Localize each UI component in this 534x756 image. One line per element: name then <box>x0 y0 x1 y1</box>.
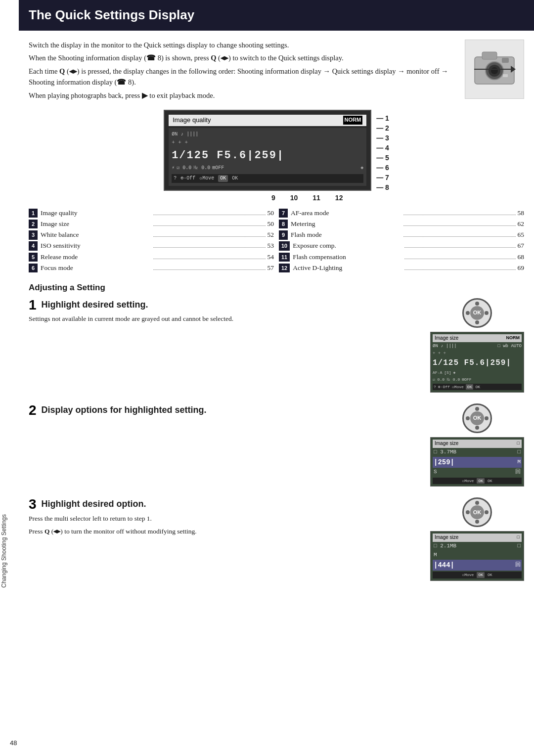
lcd-meter-icon: ◈ <box>360 165 363 172</box>
step-2-move: ☼Move <box>462 478 474 484</box>
ref-label-10: Exposure comp. <box>293 241 403 251</box>
diagram-title: Image quality <box>173 116 211 125</box>
step-2-option-l: □ 3.7MB □ <box>433 448 522 457</box>
diagram-num-10: 10 <box>290 193 298 203</box>
intro-para3: Each time Q (◂▸) is pressed, the display… <box>29 66 455 88</box>
lcd-main-display: 1/125 F5.6|259| <box>172 148 363 164</box>
intro-text: Switch the display in the monitor to the… <box>29 40 455 103</box>
diagram-label-6: — 6 <box>376 164 389 171</box>
intro-para1: Switch the display in the monitor to the… <box>29 40 455 50</box>
lcd-ok-button[interactable]: OK <box>218 175 228 182</box>
lcd-ok-label: OK <box>232 175 238 182</box>
svg-rect-1 <box>482 52 497 59</box>
step-1-image-area: OK Image size NORM ØN ♪ |||| □ wb AUTO <box>430 298 524 393</box>
ref-row-8: 8 Metering 62 <box>279 219 524 229</box>
step-2-screen: Image size □ □ 3.7MB □ |259| M S <box>430 437 524 487</box>
step-1-exp-row: ☑ 0.0㎐ 0.0⊞OFF <box>433 377 522 383</box>
step-1-title: Highlight desired setting. <box>29 298 420 311</box>
step-3-option-s[interactable]: |444| 回 <box>433 560 522 571</box>
step-2-bottom: ☼Move OK OK <box>433 478 522 485</box>
ref-num-8: 8 <box>279 220 288 229</box>
step-3-norm: □ <box>517 534 520 541</box>
ref-page-12: 69 <box>518 263 525 273</box>
step-1-s: [S] <box>444 370 451 376</box>
diagram-norm: NORM <box>343 116 363 125</box>
ref-label-1: Image quality <box>41 208 152 218</box>
diagram-wrapper: Image quality NORM ØN ♪ |||| + + + <box>29 110 524 203</box>
diagram-num-11: 11 <box>312 193 320 203</box>
step-2-screen-header: Image size □ <box>433 440 522 448</box>
diagram-label-3: — 3 <box>376 134 389 141</box>
step-3-screen-title: Image size <box>435 534 458 541</box>
svg-rect-5 <box>502 58 509 63</box>
svg-rect-6 <box>503 74 508 77</box>
step-1-help: ? <box>434 384 436 390</box>
ref-dots-5 <box>153 259 265 259</box>
step-3-ok[interactable]: OK <box>477 572 485 578</box>
step-1-af: AF-A <box>433 370 442 376</box>
step-3-title: Highlight desired option. <box>29 497 420 510</box>
step-1-meter: ◈ <box>453 370 456 376</box>
diagram-label-2: — 2 <box>376 125 389 132</box>
diagram-header: Image quality NORM <box>169 115 366 126</box>
step-2-ok[interactable]: OK <box>477 478 485 484</box>
ref-dots-10 <box>404 247 515 248</box>
step-2-norm: □ <box>517 440 520 447</box>
lcd-doff-label: ⊕·Off <box>180 175 195 182</box>
title-bar: The Quick Settings Display <box>19 0 534 31</box>
diagram-label-4: — 4 <box>376 144 389 151</box>
ref-dots-3 <box>153 236 265 237</box>
reference-table: 1 Image quality 50 2 Image size 50 3 Whi… <box>29 208 524 274</box>
ref-dots-2 <box>153 225 265 226</box>
ok-button-illustration-1: OK <box>462 298 492 328</box>
ref-row-4: 4 ISO sensitivity 53 <box>29 241 274 251</box>
ref-label-4: ISO sensitivity <box>41 241 152 251</box>
step-1-main-display: 1/125 F5.6|259| <box>433 357 522 369</box>
camera-thumbnail <box>465 40 524 99</box>
ref-page-2: 50 <box>267 219 274 229</box>
diagram-numbers: 9 10 11 12 <box>271 193 343 203</box>
ref-dots-11 <box>404 259 515 259</box>
step-2-option-m[interactable]: |259| M <box>433 457 522 468</box>
ok-inner-2[interactable]: OK <box>470 411 484 425</box>
ref-row-5: 5 Release mode 54 <box>29 252 274 262</box>
step-1-bottom: ? ⊕·Off ☼Move OK OK <box>433 384 522 391</box>
ref-label-7: AF-area mode <box>291 208 402 218</box>
intro-section: Switch the display in the monitor to the… <box>29 40 524 103</box>
adjusting-heading: Adjusting a Setting <box>29 282 524 294</box>
diagram-num-12: 12 <box>335 193 343 203</box>
ref-row-7: 7 AF-area mode 58 <box>279 208 524 218</box>
ref-col-right: 7 AF-area mode 58 8 Metering 62 9 Flash … <box>279 208 524 274</box>
ref-label-11: Flash compensation <box>293 252 403 262</box>
page-title: The Quick Settings Display <box>29 6 524 25</box>
ref-dots-9 <box>403 236 515 237</box>
sidebar-label: Changing Shooting Settings <box>0 514 19 588</box>
ok-inner-3[interactable]: OK <box>470 505 484 519</box>
step-3-image-area: OK Image size □ □ 2.1MB □ <box>430 497 524 580</box>
step-3-body2: Press Q (◂▸) to turn the monitor off wit… <box>29 527 420 536</box>
step-1-doff: ⊕·Off <box>438 384 450 390</box>
step-2-ok2: OK <box>488 478 492 484</box>
step-3-bottom: ☼Move OK OK <box>433 572 522 578</box>
main-content: The Quick Settings Display Switch the di… <box>19 0 534 756</box>
ok-inner-1[interactable]: OK <box>470 306 484 320</box>
diagram-num-9: 9 <box>271 193 275 203</box>
ok-button-illustration-2: OK <box>462 403 492 433</box>
lcd-icon-note: ♪ <box>180 131 183 138</box>
diagram-label-1: — 1 <box>376 115 389 122</box>
intro-para4: When playing photographs back, press ▶ t… <box>29 90 455 101</box>
ref-dots-12 <box>404 269 515 270</box>
step-1-ok[interactable]: OK <box>466 384 474 390</box>
diagram-label-8: — 8 <box>376 184 389 191</box>
ref-label-12: Active D-Lighting <box>293 263 403 273</box>
ref-page-4: 53 <box>267 241 274 251</box>
step-1-row: 1 Highlight desired setting. Settings no… <box>29 298 524 393</box>
lcd-help-icon: ? <box>174 175 177 182</box>
step-3-body1: Press the multi selector left to return … <box>29 514 420 524</box>
ref-row-12: 12 Active D-Lighting 69 <box>279 263 524 273</box>
step-3-move: ☼Move <box>462 572 474 578</box>
lcd-light-icon: ⊞OFF <box>212 165 224 172</box>
ref-col-left: 1 Image quality 50 2 Image size 50 3 Whi… <box>29 208 274 274</box>
ref-row-6: 6 Focus mode 57 <box>29 263 274 273</box>
step-2-screen-title: Image size <box>435 440 458 447</box>
